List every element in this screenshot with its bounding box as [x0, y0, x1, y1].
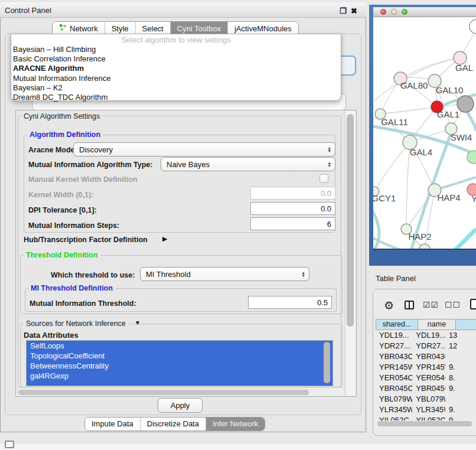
table-row[interactable]: YBR045CYBR045C9. — [376, 383, 476, 394]
data-attribute-item[interactable]: SelfLoops — [27, 341, 332, 351]
bottom-tab-infer-label: Infer Network — [213, 419, 258, 428]
algorithm-option[interactable]: Dream8 DC_TDC Algorithm — [11, 93, 341, 102]
table-cell: YDL19... — [412, 330, 445, 341]
table-body: YDL19...YDL19...13YDR27...YDR27...12YBR0… — [376, 330, 476, 420]
tab-network-label: Network — [70, 24, 98, 33]
network-edge[interactable] — [400, 58, 460, 79]
table-cell: YBR045C — [412, 383, 445, 394]
data-attribute-item[interactable]: BetweennessCentrality — [27, 361, 332, 371]
network-edge[interactable] — [374, 142, 410, 191]
collapse-down-icon[interactable]: ▼ — [135, 319, 141, 326]
mi-threshold-field[interactable]: 0.5 — [248, 296, 332, 309]
kernel-width-field[interactable]: 0.0 — [250, 187, 335, 200]
expand-right-icon[interactable]: ▶ — [162, 235, 167, 243]
network-edge[interactable] — [380, 107, 437, 114]
algorithm-option[interactable]: Bayesian – Hill Climbing — [11, 45, 341, 54]
algorithm-option[interactable]: Bayesian – K2 — [11, 83, 341, 93]
table-row[interactable]: YDR27...YDR27...12 — [376, 341, 476, 351]
control-panel-title: Control Panel — [5, 6, 51, 15]
table-horizontal-scrollbar-thumb[interactable] — [377, 421, 472, 426]
document-icon[interactable] — [470, 299, 476, 309]
zoom-window-icon[interactable] — [402, 9, 407, 15]
mi-type-value: Naive Bayes — [167, 160, 328, 169]
network-edge-highlighted[interactable] — [373, 208, 379, 250]
table-row[interactable]: YDL19...YDL19...13 — [376, 330, 476, 341]
tab-select-label: Select — [142, 24, 164, 33]
settings-vertical-scrollbar-thumb[interactable] — [347, 114, 354, 327]
network-node[interactable] — [467, 151, 476, 164]
table-cell: YBR043C — [412, 351, 445, 362]
stepper-icon: ▲▼ — [302, 271, 305, 278]
network-node[interactable] — [419, 244, 430, 250]
table-column-header[interactable]: shared... — [376, 319, 418, 330]
apply-button[interactable]: Apply — [158, 398, 203, 413]
dpi-tolerance-field[interactable]: 0.0 — [250, 202, 335, 215]
split-columns-icon[interactable] — [405, 301, 414, 309]
network-edge-highlighted[interactable] — [467, 111, 476, 131]
data-attribute-item[interactable]: gal4RGexp — [27, 371, 332, 381]
data-attribute-item[interactable]: TopologicalCoefficient — [27, 351, 332, 361]
bottom-tab-impute[interactable]: Impute Data — [85, 418, 140, 431]
data-attribute-item[interactable] — [27, 381, 332, 386]
table-cell: YIL052C — [376, 415, 412, 420]
mi-steps-field[interactable]: 6 — [250, 217, 335, 230]
table-cell: YBL079W — [376, 394, 412, 405]
network-edge-highlighted[interactable] — [455, 229, 476, 250]
network-node[interactable] — [470, 19, 476, 34]
table-cell: 9. — [445, 383, 476, 394]
network-node[interactable] — [457, 96, 474, 112]
table-cell — [445, 351, 476, 362]
mi-type-combobox[interactable]: Naive Bayes ▲▼ — [161, 157, 335, 171]
settings-horizontal-scrollbar-thumb[interactable] — [18, 390, 309, 395]
hub-definition-label[interactable]: Hub/Transcription Factor Definition — [24, 236, 148, 244]
float-panel-icon[interactable]: ❐ — [340, 6, 347, 15]
algorithm-option[interactable]: Basic Correlation Inference — [11, 54, 341, 64]
table-row[interactable]: YBR043CYBR043C — [376, 351, 476, 362]
checked-checkboxes-icon[interactable]: ☑☑ — [423, 300, 439, 309]
which-threshold-combobox[interactable]: MI Threshold ▲▼ — [140, 267, 309, 281]
bottom-tab-infer[interactable]: Infer Network — [206, 418, 265, 431]
data-attributes-scrollbar-thumb[interactable] — [324, 342, 330, 383]
table-cell: YDR27... — [376, 341, 412, 351]
minimize-window-icon[interactable] — [391, 9, 397, 15]
network-node-label: GAL — [455, 63, 473, 73]
table-cell: YIL052C — [412, 415, 445, 420]
table-row[interactable]: YBL079WYBL079W — [376, 394, 476, 405]
bottom-tab-discretize[interactable]: Discretize Data — [140, 418, 206, 431]
unchecked-checkboxes-icon[interactable]: ☐☐ — [445, 300, 461, 309]
table-row[interactable]: YIL052CYIL052C9. — [376, 415, 476, 420]
close-panel-icon[interactable]: ✖ — [351, 6, 357, 15]
manual-kernel-checkbox[interactable] — [319, 174, 328, 183]
algorithm-dropdown-popup: Select algorithm to view settings Bayesi… — [11, 34, 341, 101]
sources-title[interactable]: Sources for Network Inference — [24, 319, 128, 328]
table-cell: 13 — [445, 330, 476, 341]
cyni-settings-title: Cyni Algorithm Settings — [21, 112, 102, 120]
mi-threshold-label: Mutual Information Threshold: — [30, 299, 136, 308]
network-node-label: GAL4 — [410, 147, 432, 157]
close-window-icon[interactable] — [380, 9, 386, 15]
table-cell: 9. — [445, 405, 476, 415]
table-column-header[interactable] — [456, 319, 476, 330]
tab-jactivemnodules-label: jActiveMNodules — [234, 24, 292, 33]
network-window-titlebar[interactable] — [373, 7, 476, 17]
algorithm-option[interactable]: ARACNE Algorithm — [11, 64, 341, 73]
table-row[interactable]: YER054CYER054C8. — [376, 373, 476, 383]
aracne-mode-combobox[interactable]: Discovery ▲▼ — [73, 142, 335, 156]
which-threshold-value: MI Threshold — [146, 270, 302, 279]
gear-icon[interactable]: ⚙ — [384, 299, 394, 312]
table-cell: 9. — [445, 362, 476, 373]
mi-type-label: Mutual Information Algorithm Type: — [28, 161, 152, 169]
table-row[interactable]: YLR345WYLR345W9. — [376, 405, 476, 415]
network-canvas[interactable]: GALGAL80GAL10GAL1GAL11SWI4GAL4GCY1HAP4YH… — [373, 17, 476, 250]
bottom-tab-bar: Impute DataDiscretize DataInfer Network — [84, 417, 265, 431]
restore-panel-icon[interactable] — [5, 441, 14, 448]
algorithm-option[interactable]: Mutual Information Inference — [11, 74, 341, 83]
network-node-label: HAP2 — [408, 231, 431, 242]
table-cell: YBL079W — [412, 394, 445, 405]
table-column-header[interactable]: name — [418, 319, 456, 330]
table-cell: YDL19... — [376, 330, 412, 341]
table-header-row[interactable]: shared...name — [376, 319, 476, 330]
data-attributes-list[interactable]: SelfLoopsTopologicalCoefficientBetweenne… — [26, 340, 333, 386]
table-cell: YPR145W — [376, 362, 412, 373]
table-row[interactable]: YPR145WYPR145W9. — [376, 362, 476, 373]
